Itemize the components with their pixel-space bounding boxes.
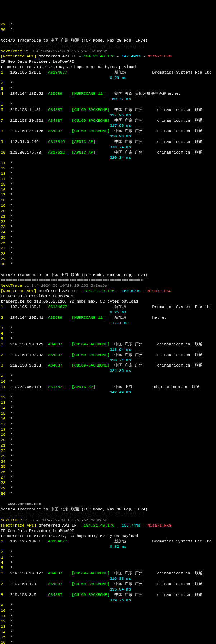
hop-number: 23 [1, 225, 5, 229]
hop-ip: 219.158.20.221 [10, 118, 48, 123]
hop-number: 20 [1, 438, 5, 442]
hop-number: 3 [1, 87, 5, 91]
hop-number: 27 [1, 475, 5, 480]
hop-location: 中国 上海 [114, 385, 154, 389]
nexttrace-label: NextTrace [1, 284, 22, 288]
hop-tag: [APNIC-AP] [72, 385, 114, 389]
hop-isp: 联通 [195, 108, 203, 112]
hop-location: 中国 广东 广州 [114, 593, 157, 597]
hop-asn: AS4837 [48, 593, 72, 597]
hop-latency: 0.29 ms [110, 76, 126, 80]
hop-number: 13 [1, 625, 5, 629]
hop-number: 21 [1, 443, 5, 448]
hop-number: 26 [1, 470, 5, 474]
hop-latency: 331.35 ms [110, 369, 131, 373]
hop-number: 10 [1, 150, 5, 155]
hop-number: 1 [1, 539, 5, 543]
hop-asn: AS6939 [48, 92, 72, 96]
hop-tag: [CU169-BACKBONE] [72, 118, 114, 123]
hop-ip: 120.80.175.78 [10, 150, 48, 155]
hop-number: 18 [1, 428, 5, 432]
hop-ip: 184.104.209.41 [10, 316, 48, 320]
hop-number: 12 [1, 619, 5, 624]
hop-star: * [10, 230, 13, 234]
hop-isp: 联通 [195, 571, 203, 575]
hop-number: 22 [1, 220, 5, 224]
hop-asn: AS6939 [48, 316, 72, 320]
hop-number: 14 [1, 406, 5, 410]
hop-star: * [10, 449, 13, 453]
hop-location: 中国 广东 广州 [114, 129, 157, 133]
hop-number: 12 [1, 395, 5, 400]
hop-location: 中国 广东 广州 [114, 150, 157, 155]
hop-location: 中国 广东 广州 [114, 582, 157, 586]
hop-star: * [10, 225, 13, 229]
hop-ip: 219.158.4.1 [10, 582, 48, 586]
hop-number: 5 [1, 566, 5, 570]
hop-star: * [10, 81, 13, 85]
hop-number: 27 [1, 246, 5, 251]
hop-org: he.net [166, 92, 205, 96]
hop-asn: AS4837 [48, 571, 72, 575]
hop-ip: 103.195.189.1 [10, 305, 48, 309]
hop-latency: 0.25 ms [110, 310, 126, 314]
hop-org: chinaunicom.cn [157, 129, 195, 133]
hop-number: 24 [1, 230, 5, 234]
api-ip: 104.21.40.176 [84, 523, 114, 528]
hop-tag [72, 539, 114, 543]
trace-header: No:5/9 Traceroute to 中国 上海 联通 (TCP Mode,… [1, 273, 147, 277]
geo-provider: IP Geo Data Provider: LeoMoeAPI [1, 294, 74, 298]
hop-star: * [10, 246, 13, 251]
dash: - [114, 289, 122, 293]
hop-latency: 0.32 ms [110, 545, 126, 549]
hop-number: 8 [1, 363, 5, 368]
hop-number: 15 [1, 635, 5, 639]
hop-asn: AS4837 [48, 353, 72, 357]
hop-tag: [CU169-BACKBONE] [72, 129, 114, 133]
hop-star: * [10, 209, 13, 213]
hop-star: * [10, 443, 13, 448]
hop-ip: 112.91.0.246 [10, 140, 48, 144]
hop-asn: AS4837 [48, 363, 72, 368]
hop-star: * [10, 252, 13, 256]
hop-org: chinaunicom.cn [157, 571, 195, 575]
hop-org: Dromatics Systems Pte Ltd [152, 539, 212, 543]
hop-star: * [10, 625, 13, 629]
hop-number: 7 [1, 118, 5, 123]
hop-tag: [CU169-BACKBONE] [72, 342, 114, 346]
hop-star: * [10, 262, 13, 266]
hop-tag: [CU169-BACKBONE] [72, 108, 114, 112]
hop-latency: 318.94 ms [110, 347, 131, 352]
hop-org: Dromatics Systems Pte Ltd [152, 70, 212, 75]
hop-star: * [10, 374, 13, 378]
hop-latency: 317.96 ms [110, 123, 131, 128]
hop-star: * [10, 417, 13, 421]
hop-number: 19 [1, 204, 5, 208]
separator: ========================================… [1, 278, 143, 283]
version: v1.3.4 2024-09-10T13:25:26Z 6a3ea6a [24, 284, 107, 288]
hop-number: 16 [1, 417, 5, 421]
hop-star: * [10, 555, 13, 560]
hop-number: 6 [1, 571, 5, 575]
trace-target: traceroute to 61.49.140.217, 30 hops max… [1, 534, 138, 538]
hop-isp: 联通 [195, 353, 203, 357]
api-location: Misaka.HKG [147, 54, 171, 59]
hop-number: 28 [1, 481, 5, 485]
hop-number: 14 [1, 177, 5, 181]
hop-isp: 联通 [195, 342, 203, 346]
dash: - [141, 523, 148, 528]
hop-location: 新加坡 [114, 539, 152, 543]
trace-header: No:6/9 Traceroute to 中国 北京 联通 (TCP Mode,… [1, 507, 147, 512]
geo-provider: IP Geo Data Provider: LeoMoeAPI [1, 529, 74, 533]
hop-star: * [10, 379, 13, 384]
hop-star: * [10, 561, 13, 565]
hop-star: * [10, 172, 13, 176]
hop-asn: AS4837 [48, 582, 72, 586]
hop-latency: 150.47 ms [110, 97, 131, 101]
hop-number: 11 [1, 161, 5, 165]
hop-latency: 319.25 ms [110, 598, 131, 602]
api-location: Misaka.HKG [147, 523, 171, 528]
hop-number: 12 [1, 166, 5, 171]
hop-location: 新加坡 [114, 70, 152, 75]
hop-ip: 219.158.3.9 [10, 593, 48, 597]
